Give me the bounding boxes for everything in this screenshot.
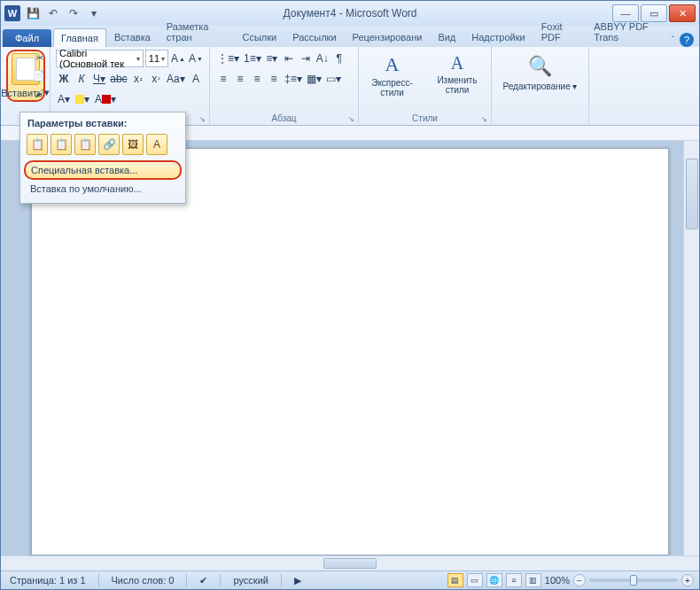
tab-home[interactable]: Главная <box>53 28 106 47</box>
scroll-thumb[interactable] <box>686 159 698 229</box>
tab-foxit[interactable]: Foxit PDF <box>533 17 587 47</box>
quick-access-toolbar: 💾 ↶ ↷ ▾ <box>24 4 103 22</box>
group-label-styles: Стили <box>412 113 438 123</box>
collapse-ribbon-icon[interactable]: ˇ <box>672 35 674 45</box>
align-left-button[interactable]: ≡ <box>215 70 231 88</box>
quick-styles-button[interactable]: A Экспресс-стили <box>364 53 420 97</box>
text-effects-button[interactable]: A▾ <box>56 90 72 108</box>
status-language[interactable]: русский <box>229 575 271 586</box>
tab-mailings[interactable]: Рассылки <box>284 27 344 47</box>
zoom-knob[interactable] <box>630 575 637 586</box>
grow-font-icon[interactable]: A▲ <box>170 50 186 67</box>
format-painter-icon[interactable]: 🖌 <box>32 86 46 100</box>
tab-references[interactable]: Ссылки <box>234 27 284 47</box>
zoom-in-button[interactable]: + <box>681 574 694 586</box>
subscript-button[interactable]: x₂ <box>130 70 146 88</box>
zoom-value[interactable]: 100% <box>545 575 570 586</box>
horizontal-scrollbar[interactable] <box>1 555 699 571</box>
status-words[interactable]: Число слов: 0 <box>108 575 178 586</box>
chevron-down-icon: ▾ <box>136 55 140 63</box>
change-styles-label: Изменить стили <box>429 75 486 95</box>
status-proofing-icon[interactable]: ✔ <box>196 575 211 586</box>
status-bar: Страница: 1 из 1 Число слов: 0 ✔ русский… <box>1 571 699 589</box>
chevron-down-icon: ▾ <box>161 55 165 63</box>
font-dialog-launcher[interactable]: ↘ <box>199 115 206 123</box>
view-fullscreen[interactable]: ▭ <box>467 573 483 587</box>
app-window: W 💾 ↶ ↷ ▾ Документ4 - Microsoft Word ― ▭… <box>0 0 700 590</box>
document-page[interactable] <box>31 148 669 555</box>
tab-addins[interactable]: Надстройки <box>463 27 533 47</box>
undo-icon[interactable]: ↶ <box>44 4 62 22</box>
sort-button[interactable]: A↓ <box>315 50 331 67</box>
shrink-font-icon[interactable]: A▼ <box>188 50 204 67</box>
close-button[interactable]: ✕ <box>669 4 696 22</box>
group-label-paragraph: Абзац <box>271 113 296 123</box>
bold-button[interactable]: Ж <box>56 70 72 88</box>
view-draft[interactable]: ▥ <box>525 573 541 587</box>
save-icon[interactable]: 💾 <box>24 4 42 22</box>
tab-review[interactable]: Рецензировани <box>345 27 431 47</box>
zoom-out-button[interactable]: − <box>573 574 586 586</box>
redo-icon[interactable]: ↷ <box>65 4 82 22</box>
vertical-scrollbar[interactable] <box>683 141 699 555</box>
align-center-button[interactable]: ≡ <box>232 70 248 88</box>
font-name-select[interactable]: Calibri (Основной тек▾ <box>56 50 144 67</box>
paste-options-header: Параметры вставки: <box>24 116 182 132</box>
paste-option-use-dest[interactable]: 📋 <box>74 134 96 155</box>
paste-option-link[interactable]: 🔗 <box>98 134 120 155</box>
word-icon: W <box>4 5 20 21</box>
font-color-button[interactable]: A▾ <box>93 90 118 108</box>
view-print-layout[interactable]: ▤ <box>447 573 463 587</box>
change-styles-button[interactable]: A Изменить стили <box>429 53 486 95</box>
menu-default-paste[interactable]: Вставка по умолчанию... <box>24 180 182 198</box>
borders-button[interactable]: ▭▾ <box>324 70 343 88</box>
tab-layout[interactable]: Разметка стран <box>159 17 235 47</box>
tab-insert[interactable]: Вставка <box>106 27 159 47</box>
change-styles-icon: A <box>451 53 463 74</box>
status-macro-icon[interactable]: ▶ <box>291 575 305 586</box>
increase-indent-button[interactable]: ⇥ <box>298 50 314 67</box>
paste-option-picture[interactable]: 🖼 <box>122 134 144 155</box>
font-size-select[interactable]: 11▾ <box>145 50 168 67</box>
font-color-swatch <box>102 95 111 104</box>
strikethrough-button[interactable]: abc <box>109 70 128 88</box>
editing-dropdown[interactable]: Редактирование ▾ <box>503 82 578 91</box>
show-marks-button[interactable]: ¶ <box>331 50 347 67</box>
window-title: Документ4 - Microsoft Word <box>283 7 416 19</box>
multilevel-button[interactable]: ≡▾ <box>264 50 280 67</box>
paste-options-row: 📋 📋 📋 🔗 🖼 A <box>24 132 182 160</box>
paragraph-dialog-launcher[interactable]: ↘ <box>348 115 354 123</box>
qat-dropdown-icon[interactable]: ▾ <box>85 4 103 22</box>
clear-formatting-button[interactable]: A <box>188 70 204 88</box>
underline-button[interactable]: Ч▾ <box>91 70 107 88</box>
tab-file[interactable]: Файл <box>3 29 51 47</box>
copy-icon[interactable]: 📄 <box>32 68 46 82</box>
help-icon[interactable]: ? <box>680 33 694 47</box>
line-spacing-button[interactable]: ‡≡▾ <box>283 70 304 88</box>
shading-button[interactable]: ▦▾ <box>305 70 323 88</box>
view-outline[interactable]: ≡ <box>506 573 522 587</box>
decrease-indent-button[interactable]: ⇤ <box>281 50 297 67</box>
styles-dialog-launcher[interactable]: ↘ <box>481 115 487 123</box>
menu-special-paste[interactable]: Специальная вставка... <box>24 160 182 180</box>
font-name-value: Calibri (Основной тек <box>59 48 136 69</box>
paste-option-text-only[interactable]: A <box>146 134 167 155</box>
cut-icon[interactable]: ✂ <box>32 50 46 65</box>
numbering-button[interactable]: 1≡▾ <box>242 50 263 67</box>
italic-button[interactable]: К <box>74 70 89 88</box>
highlight-button[interactable]: ▾ <box>74 90 91 108</box>
status-page[interactable]: Страница: 1 из 1 <box>6 575 89 586</box>
scroll-thumb[interactable] <box>323 558 377 569</box>
view-web[interactable]: 🌐 <box>486 573 502 587</box>
bullets-button[interactable]: ⋮≡▾ <box>215 50 241 67</box>
change-case-button[interactable]: Aa▾ <box>166 70 186 88</box>
font-size-value: 11 <box>149 53 159 64</box>
superscript-button[interactable]: x² <box>148 70 164 88</box>
paste-option-merge[interactable]: 📋 <box>51 134 72 155</box>
align-right-button[interactable]: ≡ <box>249 70 265 88</box>
paste-option-keep-source[interactable]: 📋 <box>27 134 48 155</box>
justify-button[interactable]: ≡ <box>266 70 282 88</box>
tab-abbyy[interactable]: ABBYY PDF Trans <box>586 17 671 47</box>
zoom-slider[interactable] <box>589 578 678 582</box>
tab-view[interactable]: Вид <box>430 27 463 47</box>
